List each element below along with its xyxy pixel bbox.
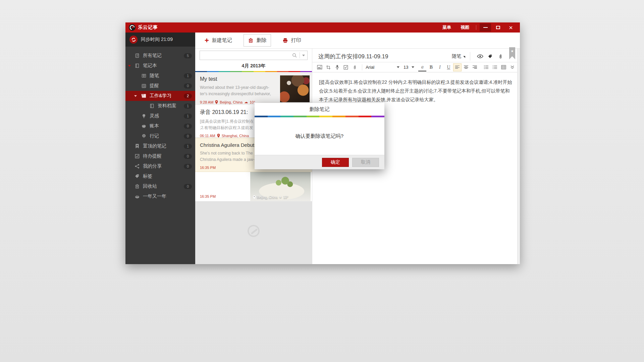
underline-button[interactable]: U <box>444 63 452 71</box>
numbered-list-button[interactable] <box>491 63 499 71</box>
print-button[interactable]: 打印 <box>278 35 305 46</box>
cloud-icon: ☁ <box>244 100 248 104</box>
italic-button[interactable]: I <box>436 63 444 71</box>
note-location: Beijing, China <box>220 100 243 104</box>
category-dropdown[interactable]: 随笔 <box>452 53 465 59</box>
count-badge: 0 <box>184 154 192 159</box>
bold-button[interactable]: B <box>427 63 435 71</box>
archive-icon <box>149 103 155 109</box>
align-center-button[interactable] <box>462 63 470 71</box>
note-photo-thumbnail <box>280 75 310 102</box>
menu-button[interactable]: 菜单 <box>438 22 456 33</box>
essays-icon <box>141 73 147 79</box>
sidebar-item-notebooks[interactable]: 笔记本 <box>125 61 195 71</box>
record-audio-button[interactable] <box>333 63 341 71</box>
sidebar-item-travel-log[interactable]: 行记 0 <box>125 131 195 141</box>
crop-button[interactable] <box>324 63 332 71</box>
sidebar-item-label: 提醒 <box>150 83 184 89</box>
category-label: 随笔 <box>452 53 461 59</box>
close-button[interactable]: ✕ <box>505 23 517 32</box>
align-right-button[interactable] <box>471 63 479 71</box>
search-input[interactable] <box>200 51 289 60</box>
sidebar-item-inspiration[interactable]: 灵感 1 <box>125 111 195 121</box>
maximize-button[interactable] <box>492 23 504 32</box>
align-left-button[interactable] <box>453 63 461 71</box>
sidebar-item-todo-reminders[interactable]: 待办提醒 0 <box>125 151 195 161</box>
search-options-arrow-icon[interactable] <box>300 55 307 56</box>
location-pin-icon <box>215 100 218 104</box>
sidebar-item-label: 标签 <box>143 173 192 179</box>
sidebar-item-archive[interactable]: 资料档案 1 <box>125 101 195 111</box>
bullet-list-button[interactable] <box>482 63 490 71</box>
font-size-arrow-icon[interactable] <box>412 66 414 68</box>
confirm-button[interactable]: 确定 <box>322 158 349 167</box>
insert-image-button[interactable] <box>316 63 324 71</box>
editor-note-title[interactable]: 这周的工作安排09.11-09.19 <box>318 53 452 60</box>
insert-todo-button[interactable] <box>342 63 350 71</box>
count-badge: 1 <box>184 104 192 109</box>
view-button[interactable]: 视图 <box>456 22 474 33</box>
note-toolbar: + 新建笔记 删除 打印 <box>195 33 520 49</box>
note-photo-thumbnail: Beijing, China ☀ 13° <box>250 172 311 201</box>
sidebar-item-my-shares[interactable]: 我的分享 0 <box>125 161 195 171</box>
collapse-arrow-icon[interactable] <box>134 95 137 97</box>
sync-row[interactable]: 同步时间 21:09 <box>125 33 195 47</box>
sidebar-item-tags[interactable]: 标签 <box>125 171 195 181</box>
note-list-item[interactable]: Beijing, China ☀ 13° 16:35 PM <box>195 172 312 201</box>
cancel-button[interactable]: 取消 <box>352 158 379 167</box>
sidebar-item-pinned-notes[interactable]: 置顶的笔记 1 <box>125 141 195 151</box>
printer-icon <box>282 38 288 43</box>
sync-time-label: 同步时间 21:09 <box>141 37 173 43</box>
sidebar-item-year-after-year[interactable]: 一年又一年 <box>125 191 195 201</box>
preview-eye-button[interactable] <box>475 52 485 61</box>
font-size-select[interactable]: 13 <box>404 65 410 70</box>
note-list-item[interactable]: My test Worried about their 13-year-old … <box>195 72 312 105</box>
editor-scrollbar[interactable] <box>517 49 520 264</box>
font-color-button[interactable]: a <box>418 63 426 71</box>
format-toolbar: Arial 13 a B I U <box>312 62 520 72</box>
sidebar-item-essays[interactable]: 随笔 1 <box>125 71 195 81</box>
sidebar-item-label: 资料档案 <box>158 103 184 109</box>
titlebar-separator <box>476 25 476 30</box>
font-family-select[interactable]: Arial <box>366 65 395 70</box>
attach-file-button[interactable] <box>351 63 359 71</box>
sidebar-item-ledger[interactable]: 账本 0 <box>125 121 195 131</box>
lightbulb-icon <box>141 113 147 119</box>
sidebar-item-label: 账本 <box>150 123 184 129</box>
minimize-button[interactable] <box>480 23 491 32</box>
note-time: 16:35 PM <box>200 194 216 198</box>
sidebar-item-reminders[interactable]: 提醒 0 <box>125 81 195 91</box>
dialog-message: 确认要删除该笔记吗? <box>255 117 384 155</box>
more-tools-chevron-icon[interactable] <box>508 63 517 71</box>
note-preview: ter's increasingly disrespectful behavio… <box>200 91 277 97</box>
app-watermark-logo-icon <box>248 225 260 237</box>
collapse-arrow-icon[interactable] <box>128 65 131 67</box>
tag-icon <box>134 174 140 179</box>
note-preview: Worried about their 13-year-old daugh- <box>200 84 277 91</box>
note-location: Beijing, China <box>257 195 278 199</box>
count-badge: 0 <box>184 184 192 189</box>
sidebar-item-all-notes[interactable]: 所有笔记 5 <box>125 51 195 61</box>
sidebar-item-trash[interactable]: 回收站 0 <box>125 181 195 191</box>
font-family-arrow-icon[interactable] <box>397 66 399 68</box>
search-icon[interactable] <box>289 53 300 58</box>
attachment-button[interactable] <box>495 52 505 61</box>
sun-icon: ☀ <box>279 195 282 199</box>
insert-table-button[interactable] <box>500 63 508 71</box>
tag-button[interactable] <box>485 52 495 61</box>
location-pin-icon <box>253 195 256 199</box>
sidebar-item-label: 所有笔记 <box>143 53 184 59</box>
reminder-clock-icon <box>141 83 147 89</box>
new-note-button[interactable]: + 新建笔记 <box>201 35 236 46</box>
delete-label: 删除 <box>257 37 267 44</box>
delete-note-button[interactable]: 删除 <box>244 34 271 47</box>
sidebar-item-work-study[interactable]: 工作&学习 2 <box>125 91 195 101</box>
editor-header: 这周的工作安排09.11-09.19 随笔 i <box>312 51 520 62</box>
titlebar: 乐云记事 菜单 视图 ✕ <box>125 22 520 33</box>
count-badge: 2 <box>184 94 192 99</box>
pinned-bookmark-icon <box>134 143 140 149</box>
count-badge: 1 <box>184 114 192 119</box>
notebook-icon <box>134 63 140 69</box>
balloon-icon <box>141 133 147 139</box>
sidebar-item-label: 一年又一年 <box>143 193 192 199</box>
